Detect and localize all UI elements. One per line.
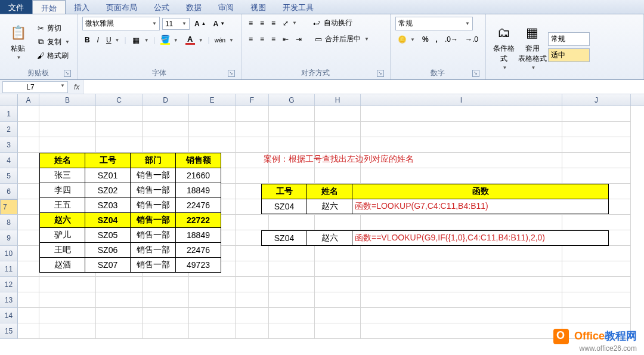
cond-format-button[interactable]: 🗂 条件格式▼ <box>491 17 517 77</box>
border-button[interactable]: ▦▼ <box>129 34 151 46</box>
cell[interactable] <box>143 137 189 153</box>
cell[interactable] <box>361 246 562 261</box>
cell[interactable] <box>18 292 39 308</box>
col-header-A[interactable]: A <box>18 94 39 106</box>
cell[interactable] <box>143 308 189 323</box>
copy-button[interactable]: ⧉复制▼ <box>33 36 72 48</box>
col-header-F[interactable]: F <box>236 94 269 106</box>
tab-insert[interactable]: 插入 <box>66 0 98 14</box>
cell[interactable] <box>96 292 143 308</box>
cell[interactable] <box>562 215 631 230</box>
row-header[interactable]: 3 <box>0 137 18 153</box>
cell[interactable] <box>143 277 189 292</box>
cell-style-medium[interactable]: 适中 <box>548 48 590 62</box>
align-top-button[interactable]: ≡ <box>246 18 255 29</box>
dialog-launcher-icon[interactable]: ↘ <box>64 70 71 77</box>
cell[interactable] <box>189 323 236 339</box>
cell[interactable] <box>269 277 315 292</box>
cell[interactable] <box>562 292 631 308</box>
cut-button[interactable]: ✂剪切 <box>33 22 72 35</box>
cell[interactable] <box>18 230 39 246</box>
percent-button[interactable]: % <box>420 34 431 45</box>
row-header[interactable]: 4 <box>0 153 18 168</box>
cell[interactable] <box>236 308 269 323</box>
cell[interactable] <box>361 292 562 308</box>
cell[interactable] <box>269 215 315 230</box>
cell[interactable] <box>236 215 269 230</box>
cell[interactable] <box>18 308 39 323</box>
cell[interactable] <box>361 122 562 137</box>
cell[interactable] <box>143 292 189 308</box>
select-all-corner[interactable] <box>0 94 18 106</box>
cell[interactable] <box>18 215 39 230</box>
cell[interactable] <box>269 122 315 137</box>
cell[interactable] <box>39 106 96 122</box>
cell[interactable] <box>269 137 315 153</box>
cell[interactable] <box>143 122 189 137</box>
tab-layout[interactable]: 页面布局 <box>98 0 145 14</box>
cell[interactable] <box>562 277 631 292</box>
cell[interactable] <box>189 292 236 308</box>
cell[interactable] <box>315 215 361 230</box>
cell[interactable] <box>269 292 315 308</box>
table-format-button[interactable]: ▦ 套用 表格格式▼ <box>519 17 546 77</box>
cell[interactable] <box>236 246 269 261</box>
row-header[interactable]: 7 <box>0 199 18 215</box>
col-header-D[interactable]: D <box>143 94 189 106</box>
cell[interactable] <box>96 277 143 292</box>
row-header[interactable]: 10 <box>0 246 18 261</box>
phonetic-button[interactable]: wén▼ <box>212 36 236 45</box>
cell[interactable] <box>143 106 189 122</box>
align-bottom-button[interactable]: ≡ <box>269 18 278 29</box>
indent-dec-button[interactable]: ⇤ <box>280 34 291 45</box>
cell[interactable] <box>315 137 361 153</box>
fill-color-button[interactable]: 🪣▼ <box>158 34 181 46</box>
cell[interactable] <box>361 261 562 277</box>
tab-dev[interactable]: 开发工具 <box>274 0 322 14</box>
cell[interactable] <box>189 137 236 153</box>
cell[interactable] <box>236 323 269 339</box>
cell[interactable] <box>562 246 631 261</box>
col-header-B[interactable]: B <box>39 94 96 106</box>
cell[interactable] <box>96 323 143 339</box>
cell[interactable] <box>236 168 269 184</box>
font-size-select[interactable]: 11▼ <box>162 18 190 30</box>
dialog-launcher-icon[interactable]: ↘ <box>377 70 384 77</box>
name-box[interactable]: L7 <box>2 81 68 93</box>
align-middle-button[interactable]: ≡ <box>258 18 267 29</box>
cell[interactable] <box>236 122 269 137</box>
grid-rows[interactable]: 123456789101112131415姓名工号部门销售额张三SZ01销售一部… <box>0 106 644 339</box>
row-header[interactable]: 13 <box>0 292 18 308</box>
align-center-button[interactable]: ≡ <box>258 34 267 45</box>
cell[interactable] <box>189 122 236 137</box>
currency-button[interactable]: 🪙▼ <box>395 34 417 45</box>
row-header[interactable]: 5 <box>0 168 18 184</box>
merge-center-button[interactable]: ▭合并后居中▼ <box>311 33 371 45</box>
cell[interactable] <box>236 261 269 277</box>
row-header[interactable]: 8 <box>0 215 18 230</box>
cell[interactable] <box>18 199 39 215</box>
cell[interactable] <box>315 292 361 308</box>
align-left-button[interactable]: ≡ <box>246 34 255 45</box>
tab-review[interactable]: 审阅 <box>210 0 242 14</box>
cell[interactable] <box>236 137 269 153</box>
italic-button[interactable]: I <box>95 35 101 45</box>
cell[interactable] <box>18 246 39 261</box>
cell[interactable] <box>269 106 315 122</box>
cell[interactable] <box>361 168 562 184</box>
cell[interactable] <box>562 168 631 184</box>
col-header-C[interactable]: C <box>96 94 143 106</box>
cell[interactable] <box>315 106 361 122</box>
cell[interactable] <box>315 323 361 339</box>
cell[interactable] <box>562 106 631 122</box>
cell-style-normal[interactable]: 常规 <box>548 32 590 46</box>
cell[interactable] <box>18 277 39 292</box>
cell[interactable] <box>18 323 39 339</box>
paste-button[interactable]: 📋 粘贴 ▼ <box>5 17 31 67</box>
cell[interactable] <box>361 308 562 323</box>
col-header-I[interactable]: I <box>361 94 562 106</box>
wrap-text-button[interactable]: ⮐自动换行 <box>310 17 355 29</box>
cell[interactable] <box>236 106 269 122</box>
cell[interactable] <box>18 168 39 184</box>
row-header[interactable]: 1 <box>0 106 18 122</box>
